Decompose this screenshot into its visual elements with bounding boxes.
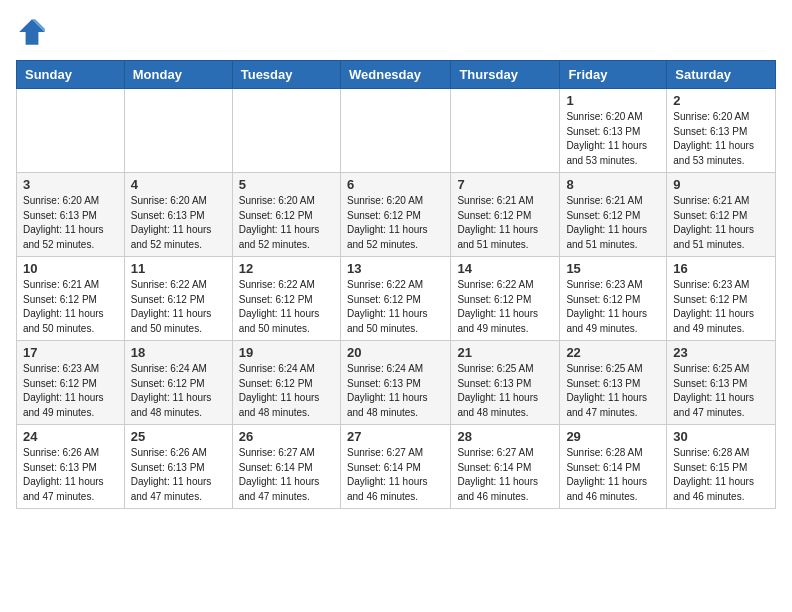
day-number: 11: [131, 261, 226, 276]
cell-content: Sunrise: 6:26 AM Sunset: 6:13 PM Dayligh…: [131, 446, 226, 504]
calendar-cell: 21Sunrise: 6:25 AM Sunset: 6:13 PM Dayli…: [451, 341, 560, 425]
day-number: 10: [23, 261, 118, 276]
cell-content: Sunrise: 6:23 AM Sunset: 6:12 PM Dayligh…: [23, 362, 118, 420]
calendar-cell: 6Sunrise: 6:20 AM Sunset: 6:12 PM Daylig…: [340, 173, 450, 257]
calendar-cell: 10Sunrise: 6:21 AM Sunset: 6:12 PM Dayli…: [17, 257, 125, 341]
cell-content: Sunrise: 6:20 AM Sunset: 6:12 PM Dayligh…: [239, 194, 334, 252]
calendar-cell: 26Sunrise: 6:27 AM Sunset: 6:14 PM Dayli…: [232, 425, 340, 509]
day-number: 3: [23, 177, 118, 192]
cell-content: Sunrise: 6:24 AM Sunset: 6:12 PM Dayligh…: [131, 362, 226, 420]
cell-content: Sunrise: 6:22 AM Sunset: 6:12 PM Dayligh…: [239, 278, 334, 336]
calendar-cell: 23Sunrise: 6:25 AM Sunset: 6:13 PM Dayli…: [667, 341, 776, 425]
cell-content: Sunrise: 6:24 AM Sunset: 6:13 PM Dayligh…: [347, 362, 444, 420]
cell-content: Sunrise: 6:20 AM Sunset: 6:12 PM Dayligh…: [347, 194, 444, 252]
day-number: 21: [457, 345, 553, 360]
day-number: 5: [239, 177, 334, 192]
day-header-sunday: Sunday: [17, 61, 125, 89]
day-number: 1: [566, 93, 660, 108]
day-number: 28: [457, 429, 553, 444]
cell-content: Sunrise: 6:22 AM Sunset: 6:12 PM Dayligh…: [131, 278, 226, 336]
cell-content: Sunrise: 6:23 AM Sunset: 6:12 PM Dayligh…: [566, 278, 660, 336]
cell-content: Sunrise: 6:21 AM Sunset: 6:12 PM Dayligh…: [23, 278, 118, 336]
calendar-cell: 3Sunrise: 6:20 AM Sunset: 6:13 PM Daylig…: [17, 173, 125, 257]
calendar-cell: 19Sunrise: 6:24 AM Sunset: 6:12 PM Dayli…: [232, 341, 340, 425]
day-number: 13: [347, 261, 444, 276]
calendar-cell: 11Sunrise: 6:22 AM Sunset: 6:12 PM Dayli…: [124, 257, 232, 341]
calendar-cell: 25Sunrise: 6:26 AM Sunset: 6:13 PM Dayli…: [124, 425, 232, 509]
calendar-cell: 9Sunrise: 6:21 AM Sunset: 6:12 PM Daylig…: [667, 173, 776, 257]
calendar-cell: 12Sunrise: 6:22 AM Sunset: 6:12 PM Dayli…: [232, 257, 340, 341]
day-number: 22: [566, 345, 660, 360]
day-number: 23: [673, 345, 769, 360]
cell-content: Sunrise: 6:26 AM Sunset: 6:13 PM Dayligh…: [23, 446, 118, 504]
day-number: 6: [347, 177, 444, 192]
cell-content: Sunrise: 6:25 AM Sunset: 6:13 PM Dayligh…: [457, 362, 553, 420]
cell-content: Sunrise: 6:22 AM Sunset: 6:12 PM Dayligh…: [457, 278, 553, 336]
page-header: [16, 16, 776, 48]
calendar-cell: [232, 89, 340, 173]
day-number: 17: [23, 345, 118, 360]
day-number: 9: [673, 177, 769, 192]
calendar-cell: 14Sunrise: 6:22 AM Sunset: 6:12 PM Dayli…: [451, 257, 560, 341]
calendar-cell: 2Sunrise: 6:20 AM Sunset: 6:13 PM Daylig…: [667, 89, 776, 173]
calendar-cell: 15Sunrise: 6:23 AM Sunset: 6:12 PM Dayli…: [560, 257, 667, 341]
day-number: 12: [239, 261, 334, 276]
logo: [16, 16, 52, 48]
calendar-cell: 27Sunrise: 6:27 AM Sunset: 6:14 PM Dayli…: [340, 425, 450, 509]
svg-marker-0: [19, 19, 45, 45]
day-number: 14: [457, 261, 553, 276]
calendar-cell: 22Sunrise: 6:25 AM Sunset: 6:13 PM Dayli…: [560, 341, 667, 425]
calendar-week-5: 24Sunrise: 6:26 AM Sunset: 6:13 PM Dayli…: [17, 425, 776, 509]
day-number: 2: [673, 93, 769, 108]
cell-content: Sunrise: 6:27 AM Sunset: 6:14 PM Dayligh…: [239, 446, 334, 504]
day-number: 8: [566, 177, 660, 192]
cell-content: Sunrise: 6:27 AM Sunset: 6:14 PM Dayligh…: [347, 446, 444, 504]
day-number: 24: [23, 429, 118, 444]
cell-content: Sunrise: 6:20 AM Sunset: 6:13 PM Dayligh…: [566, 110, 660, 168]
calendar-cell: 17Sunrise: 6:23 AM Sunset: 6:12 PM Dayli…: [17, 341, 125, 425]
cell-content: Sunrise: 6:20 AM Sunset: 6:13 PM Dayligh…: [23, 194, 118, 252]
day-number: 20: [347, 345, 444, 360]
day-number: 16: [673, 261, 769, 276]
calendar-cell: 30Sunrise: 6:28 AM Sunset: 6:15 PM Dayli…: [667, 425, 776, 509]
day-header-monday: Monday: [124, 61, 232, 89]
cell-content: Sunrise: 6:21 AM Sunset: 6:12 PM Dayligh…: [673, 194, 769, 252]
calendar-cell: [17, 89, 125, 173]
calendar-cell: 18Sunrise: 6:24 AM Sunset: 6:12 PM Dayli…: [124, 341, 232, 425]
calendar-cell: 5Sunrise: 6:20 AM Sunset: 6:12 PM Daylig…: [232, 173, 340, 257]
day-header-friday: Friday: [560, 61, 667, 89]
day-number: 29: [566, 429, 660, 444]
calendar-header-row: SundayMondayTuesdayWednesdayThursdayFrid…: [17, 61, 776, 89]
cell-content: Sunrise: 6:21 AM Sunset: 6:12 PM Dayligh…: [457, 194, 553, 252]
cell-content: Sunrise: 6:20 AM Sunset: 6:13 PM Dayligh…: [673, 110, 769, 168]
day-number: 15: [566, 261, 660, 276]
calendar-cell: 24Sunrise: 6:26 AM Sunset: 6:13 PM Dayli…: [17, 425, 125, 509]
calendar-cell: 28Sunrise: 6:27 AM Sunset: 6:14 PM Dayli…: [451, 425, 560, 509]
cell-content: Sunrise: 6:25 AM Sunset: 6:13 PM Dayligh…: [673, 362, 769, 420]
calendar-cell: 8Sunrise: 6:21 AM Sunset: 6:12 PM Daylig…: [560, 173, 667, 257]
day-number: 7: [457, 177, 553, 192]
cell-content: Sunrise: 6:25 AM Sunset: 6:13 PM Dayligh…: [566, 362, 660, 420]
day-header-thursday: Thursday: [451, 61, 560, 89]
calendar-cell: 13Sunrise: 6:22 AM Sunset: 6:12 PM Dayli…: [340, 257, 450, 341]
day-number: 27: [347, 429, 444, 444]
day-number: 26: [239, 429, 334, 444]
calendar-week-2: 3Sunrise: 6:20 AM Sunset: 6:13 PM Daylig…: [17, 173, 776, 257]
day-number: 19: [239, 345, 334, 360]
calendar-table: SundayMondayTuesdayWednesdayThursdayFrid…: [16, 60, 776, 509]
day-number: 25: [131, 429, 226, 444]
calendar-cell: 20Sunrise: 6:24 AM Sunset: 6:13 PM Dayli…: [340, 341, 450, 425]
cell-content: Sunrise: 6:20 AM Sunset: 6:13 PM Dayligh…: [131, 194, 226, 252]
logo-icon: [16, 16, 48, 48]
calendar-cell: [124, 89, 232, 173]
cell-content: Sunrise: 6:22 AM Sunset: 6:12 PM Dayligh…: [347, 278, 444, 336]
cell-content: Sunrise: 6:28 AM Sunset: 6:14 PM Dayligh…: [566, 446, 660, 504]
calendar-week-1: 1Sunrise: 6:20 AM Sunset: 6:13 PM Daylig…: [17, 89, 776, 173]
calendar-cell: 7Sunrise: 6:21 AM Sunset: 6:12 PM Daylig…: [451, 173, 560, 257]
calendar-cell: [451, 89, 560, 173]
day-header-wednesday: Wednesday: [340, 61, 450, 89]
calendar-cell: 29Sunrise: 6:28 AM Sunset: 6:14 PM Dayli…: [560, 425, 667, 509]
day-header-saturday: Saturday: [667, 61, 776, 89]
calendar-cell: 4Sunrise: 6:20 AM Sunset: 6:13 PM Daylig…: [124, 173, 232, 257]
day-number: 30: [673, 429, 769, 444]
